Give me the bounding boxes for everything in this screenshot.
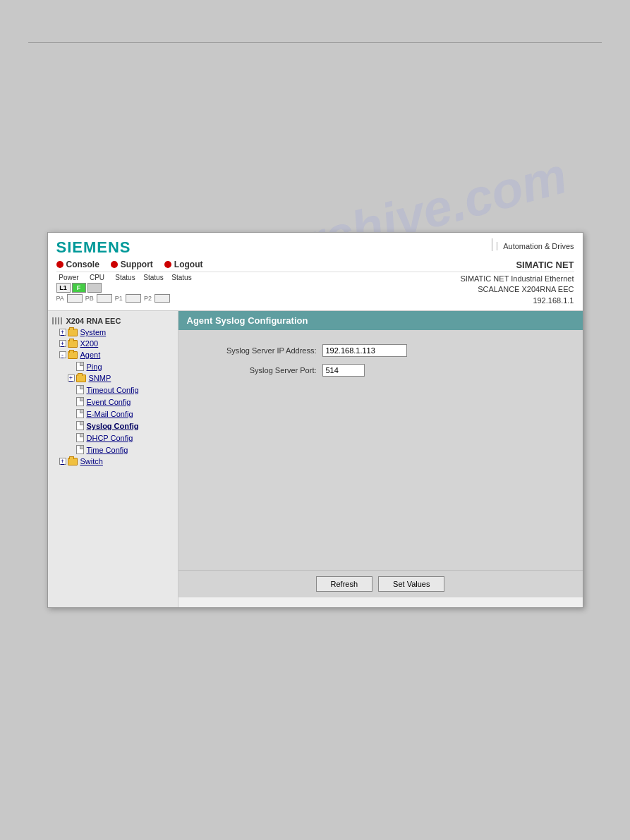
support-dot <box>111 261 118 268</box>
l1-indicator: L1 <box>56 283 71 293</box>
console-dot <box>56 261 63 268</box>
header: SIEMENS Automation & Drives Console Supp… <box>48 233 583 311</box>
snmp-label: SNMP <box>89 374 111 382</box>
time-config-label: Time Config <box>87 446 128 454</box>
header-right-section: Automation & Drives <box>492 238 574 251</box>
agent-label: Agent <box>80 351 101 359</box>
main-area: X204 RNA EEC + System + X200 - <box>48 311 583 607</box>
automation-drives-label: Automation & Drives <box>497 242 574 250</box>
system-expand-icon[interactable]: + <box>59 329 66 336</box>
content-body: Syslog Server IP Address: Syslog Server … <box>178 330 583 570</box>
pa-port <box>67 294 83 303</box>
console-nav[interactable]: Console <box>56 260 99 269</box>
port-form-row: Syslog Server Port: <box>190 364 571 377</box>
agent-expand-icon[interactable]: - <box>59 351 66 358</box>
switch-folder-icon <box>68 458 78 465</box>
x200-folder-icon <box>68 340 78 348</box>
sidebar-item-time-config[interactable]: Time Config <box>48 444 178 456</box>
status-labels: Power CPU Status Status Status <box>56 274 195 281</box>
power-label: Power <box>56 274 82 281</box>
status2-label: Status <box>141 274 166 281</box>
agent-folder-icon <box>68 351 78 359</box>
sidebar-item-x200[interactable]: + X200 <box>48 338 178 349</box>
status-bar: Power CPU Status Status Status L1 F PA <box>56 272 574 308</box>
extra-indicator <box>87 283 102 293</box>
ip-label: Syslog Server IP Address: <box>190 346 317 355</box>
system-label: System <box>80 328 107 336</box>
sidebar-item-snmp[interactable]: + SNMP <box>48 372 178 384</box>
syslog-doc-icon <box>76 421 84 430</box>
page-wrapper: manualsarchive.com SIEMENS Automation & … <box>0 0 630 840</box>
ip-form-row: Syslog Server IP Address: <box>190 344 571 357</box>
content-title: Agent Syslog Configuration <box>187 315 308 326</box>
port-input[interactable] <box>322 364 365 377</box>
console-label: Console <box>66 260 99 269</box>
sidebar-item-event-config[interactable]: Event Config <box>48 396 178 408</box>
ip-input[interactable] <box>322 344 407 357</box>
sidebar: X204 RNA EEC + System + X200 - <box>48 311 178 607</box>
sidebar-item-timeout-config[interactable]: Timeout Config <box>48 384 178 396</box>
sidebar-item-agent[interactable]: - Agent <box>48 349 178 360</box>
device-line2: SCALANCE X204RNA EEC <box>461 284 574 295</box>
sidebar-item-ping[interactable]: Ping <box>48 360 178 372</box>
header-top: SIEMENS Automation & Drives <box>56 238 574 257</box>
top-line <box>28 42 602 43</box>
refresh-button[interactable]: Refresh <box>316 576 373 592</box>
sidebar-item-system[interactable]: + System <box>48 327 178 338</box>
f-indicator: F <box>72 283 86 293</box>
ping-doc-icon <box>76 362 84 371</box>
email-doc-icon <box>76 409 84 418</box>
p2-port <box>155 294 170 303</box>
simatic-net-title: SIMATIC NET <box>516 260 574 270</box>
switch-label: Switch <box>80 457 103 465</box>
status1-label: Status <box>113 274 138 281</box>
support-nav[interactable]: Support <box>111 260 153 269</box>
sidebar-item-dhcp-config[interactable]: DHCP Config <box>48 432 178 444</box>
browser-window: SIEMENS Automation & Drives Console Supp… <box>47 232 583 608</box>
logout-label: Logout <box>174 260 203 269</box>
snmp-expand-icon[interactable]: + <box>68 375 75 382</box>
content-panel: Agent Syslog Configuration Syslog Server… <box>178 311 583 607</box>
port-label: Syslog Server Port: <box>190 366 317 375</box>
ping-label: Ping <box>87 363 102 371</box>
switch-expand-icon[interactable]: + <box>59 458 66 465</box>
port-indicators: PA PB P1 P2 <box>56 294 195 303</box>
siemens-logo: SIEMENS <box>56 238 131 257</box>
system-folder-icon <box>68 329 78 336</box>
cpu-label: CPU <box>85 274 110 281</box>
dhcp-doc-icon <box>76 433 84 442</box>
root-dots-icon <box>52 317 63 324</box>
event-config-label: Event Config <box>87 398 131 406</box>
status3-label: Status <box>169 274 195 281</box>
status-indicators: L1 F <box>56 283 195 293</box>
content-footer: Refresh Set Values <box>178 570 583 597</box>
root-label: X204 RNA EEC <box>66 317 121 325</box>
support-label: Support <box>121 260 153 269</box>
device-info: SIMATIC NET Industrial Ethernet SCALANCE… <box>461 274 574 306</box>
set-values-button[interactable]: Set Values <box>378 576 444 592</box>
x200-expand-icon[interactable]: + <box>59 340 66 347</box>
logout-dot <box>164 261 171 268</box>
sidebar-root[interactable]: X204 RNA EEC <box>48 315 178 327</box>
timeout-doc-icon <box>76 385 84 394</box>
p1-port <box>126 294 141 303</box>
syslog-config-label: Syslog Config <box>87 422 139 430</box>
device-line1: SIMATIC NET Industrial Ethernet <box>461 274 574 284</box>
content-header: Agent Syslog Configuration <box>178 311 583 330</box>
pb-port <box>97 294 112 303</box>
email-config-label: E-Mail Config <box>87 410 133 418</box>
timeout-config-label: Timeout Config <box>87 386 139 394</box>
x200-label: X200 <box>80 339 99 348</box>
sidebar-item-switch[interactable]: + Switch <box>48 456 178 467</box>
sidebar-item-email-config[interactable]: E-Mail Config <box>48 408 178 420</box>
logout-nav[interactable]: Logout <box>164 260 203 269</box>
event-doc-icon <box>76 397 84 406</box>
device-ip: 192.168.1.1 <box>461 296 574 306</box>
snmp-folder-icon <box>76 375 86 382</box>
sidebar-item-syslog-config[interactable]: Syslog Config <box>48 420 178 432</box>
dhcp-config-label: DHCP Config <box>87 434 133 442</box>
time-doc-icon <box>76 445 84 454</box>
